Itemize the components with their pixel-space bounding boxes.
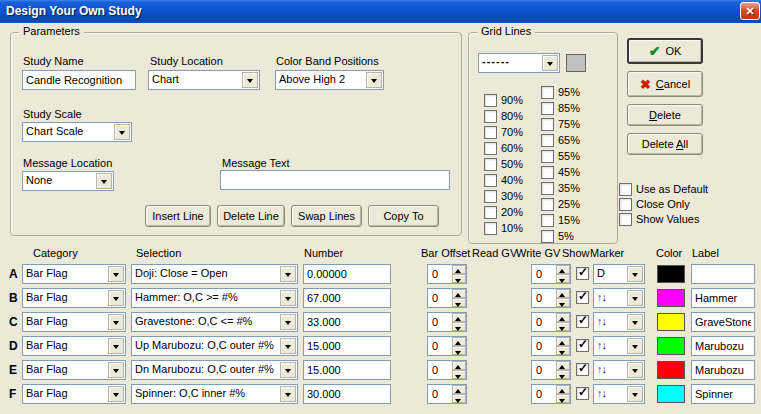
show-checkbox[interactable]: ✓: [576, 315, 589, 328]
chevron-down-icon[interactable]: [108, 290, 124, 306]
chevron-down-icon[interactable]: [280, 266, 296, 282]
spin-down-icon[interactable]: [556, 298, 570, 307]
bar-offset-spinner[interactable]: 0: [427, 288, 467, 308]
gridline-80-checkbox[interactable]: 80%: [484, 109, 523, 123]
marker-select[interactable]: ↑↓: [593, 384, 645, 404]
color-swatch[interactable]: [657, 265, 685, 283]
gridline-65-checkbox[interactable]: 65%: [541, 133, 580, 147]
message-text-input[interactable]: [220, 170, 450, 190]
number-input[interactable]: [303, 384, 391, 404]
gridline-95-checkbox[interactable]: 95%: [541, 85, 580, 99]
spin-down-icon[interactable]: [556, 346, 570, 355]
category-select[interactable]: Bar Flag: [22, 384, 126, 404]
chevron-down-icon[interactable]: [108, 386, 124, 402]
gridline-70-checkbox[interactable]: 70%: [484, 125, 523, 139]
label-input[interactable]: [691, 384, 755, 404]
label-input[interactable]: [691, 288, 755, 308]
category-select[interactable]: Bar Flag: [22, 288, 126, 308]
spin-down-icon[interactable]: [556, 370, 570, 379]
marker-select[interactable]: D: [593, 264, 645, 284]
category-select[interactable]: Bar Flag: [22, 360, 126, 380]
show-checkbox[interactable]: ✓: [576, 339, 589, 352]
spin-up-icon[interactable]: [452, 385, 466, 394]
gridline-10-checkbox[interactable]: 10%: [484, 221, 523, 235]
chevron-down-icon[interactable]: [108, 338, 124, 354]
marker-select[interactable]: ↑↓: [593, 336, 645, 356]
gridline-60-checkbox[interactable]: 60%: [484, 141, 523, 155]
gridline-55-checkbox[interactable]: 55%: [541, 149, 580, 163]
category-select[interactable]: Bar Flag: [22, 312, 126, 332]
color-swatch[interactable]: [657, 337, 685, 355]
label-input[interactable]: [691, 360, 755, 380]
spin-up-icon[interactable]: [452, 337, 466, 346]
gridline-15-checkbox[interactable]: 15%: [541, 213, 580, 227]
chevron-down-icon[interactable]: [627, 338, 643, 354]
chevron-down-icon[interactable]: [280, 338, 296, 354]
gridline-85-checkbox[interactable]: 85%: [541, 101, 580, 115]
number-input[interactable]: [303, 264, 391, 284]
spin-down-icon[interactable]: [452, 274, 466, 283]
color-band-select[interactable]: Above High 2: [275, 70, 384, 90]
number-input[interactable]: [303, 312, 391, 332]
show-checkbox[interactable]: ✓: [576, 387, 589, 400]
chevron-down-icon[interactable]: [280, 290, 296, 306]
selection-select[interactable]: Spinner: O,C inner #%: [131, 384, 298, 404]
chevron-down-icon[interactable]: [280, 386, 296, 402]
number-input[interactable]: [303, 336, 391, 356]
write-gv-spinner[interactable]: 0: [531, 384, 571, 404]
show-checkbox[interactable]: ✓: [576, 363, 589, 376]
category-select[interactable]: Bar Flag: [22, 336, 126, 356]
close-button[interactable]: ✕: [740, 2, 760, 20]
delete-line-button[interactable]: Delete Line: [217, 205, 285, 227]
chevron-down-icon[interactable]: [627, 362, 643, 378]
number-input[interactable]: [303, 360, 391, 380]
spin-up-icon[interactable]: [452, 361, 466, 370]
chevron-down-icon[interactable]: [242, 72, 258, 88]
delete-all-button[interactable]: Delete All: [627, 133, 703, 155]
bar-offset-spinner[interactable]: 0: [427, 264, 467, 284]
chevron-down-icon[interactable]: [627, 290, 643, 306]
chevron-down-icon[interactable]: [96, 173, 112, 189]
grid-color-swatch[interactable]: [566, 54, 586, 72]
color-swatch[interactable]: [657, 289, 685, 307]
title-bar[interactable]: Design Your Own Study ✕: [0, 0, 761, 23]
spin-up-icon[interactable]: [556, 361, 570, 370]
marker-select[interactable]: ↑↓: [593, 312, 645, 332]
spin-down-icon[interactable]: [556, 322, 570, 331]
copy-to-button[interactable]: Copy To: [368, 205, 439, 227]
selection-select[interactable]: Dn Marubozu: O,C outer #%: [131, 360, 298, 380]
chevron-down-icon[interactable]: [280, 362, 296, 378]
swap-lines-button[interactable]: Swap Lines: [291, 205, 362, 227]
bar-offset-spinner[interactable]: 0: [427, 336, 467, 356]
write-gv-spinner[interactable]: 0: [531, 288, 571, 308]
spin-down-icon[interactable]: [452, 298, 466, 307]
study-name-input[interactable]: [22, 70, 136, 90]
selection-select[interactable]: Doji: Close = Open: [131, 264, 298, 284]
spin-down-icon[interactable]: [556, 274, 570, 283]
chevron-down-icon[interactable]: [280, 314, 296, 330]
gridline-75-checkbox[interactable]: 75%: [541, 117, 580, 131]
write-gv-spinner[interactable]: 0: [531, 336, 571, 356]
gridline-40-checkbox[interactable]: 40%: [484, 173, 523, 187]
number-input[interactable]: [303, 288, 391, 308]
use-as-default-checkbox[interactable]: Use as Default: [619, 182, 708, 196]
color-swatch[interactable]: [657, 385, 685, 403]
selection-select[interactable]: Hammer: O,C >= #%: [131, 288, 298, 308]
spin-down-icon[interactable]: [452, 322, 466, 331]
chevron-down-icon[interactable]: [108, 314, 124, 330]
chevron-down-icon[interactable]: [542, 55, 558, 71]
gridline-35-checkbox[interactable]: 35%: [541, 181, 580, 195]
write-gv-spinner[interactable]: 0: [531, 264, 571, 284]
ok-button[interactable]: ✔ OK: [627, 38, 703, 64]
label-input[interactable]: [691, 312, 755, 332]
spin-up-icon[interactable]: [556, 313, 570, 322]
spin-down-icon[interactable]: [556, 394, 570, 403]
delete-button[interactable]: Delete: [627, 104, 703, 126]
spin-up-icon[interactable]: [452, 313, 466, 322]
label-input[interactable]: [691, 264, 755, 284]
write-gv-spinner[interactable]: 0: [531, 312, 571, 332]
spin-down-icon[interactable]: [452, 370, 466, 379]
gridline-90-checkbox[interactable]: 90%: [484, 93, 523, 107]
spin-down-icon[interactable]: [452, 394, 466, 403]
spin-up-icon[interactable]: [556, 289, 570, 298]
